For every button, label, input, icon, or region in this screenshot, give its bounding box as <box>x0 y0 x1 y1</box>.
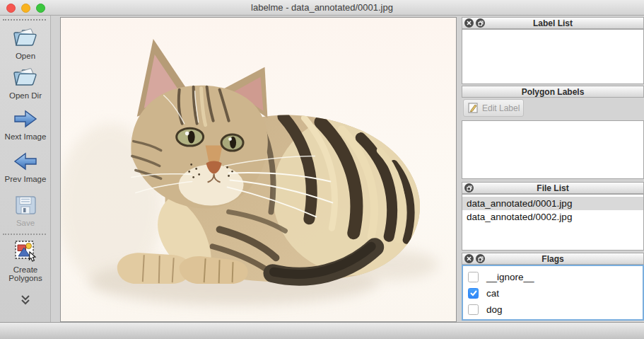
float-icon <box>467 185 472 191</box>
folder-open-dir-icon <box>12 65 39 89</box>
label-list-title: Label List <box>533 18 573 28</box>
prev-image-button[interactable]: Prev Image <box>0 150 51 183</box>
edit-label-text: Edit Label <box>482 103 520 113</box>
create-polygons-icon <box>13 239 38 263</box>
create-polygons-button[interactable]: Create Polygons <box>0 239 51 282</box>
save-button[interactable]: Save <box>0 194 51 227</box>
label-list-float-button[interactable] <box>476 18 485 28</box>
file-list-item[interactable]: data_annotated/0002.jpg <box>462 210 643 224</box>
close-icon <box>467 256 472 261</box>
open-button[interactable]: Open <box>0 25 51 60</box>
image-canvas[interactable] <box>60 17 457 322</box>
prev-image-label: Prev Image <box>0 175 51 183</box>
close-icon <box>467 21 472 25</box>
toolbar: Open Open Dir Next Image Prev Ima <box>0 16 51 322</box>
toolbar-separator <box>3 234 46 235</box>
polygon-labels-title: Polygon Labels <box>522 87 585 97</box>
float-icon <box>478 256 484 262</box>
label-list[interactable] <box>462 29 644 84</box>
open-dir-label: Open Dir <box>0 91 51 100</box>
polygon-labels-list[interactable] <box>462 120 644 179</box>
window-title: labelme - data_annotated/0001.jpg <box>0 2 644 13</box>
flag-item[interactable]: __ignore__ <box>463 270 643 284</box>
flags-title: Flags <box>541 254 563 264</box>
title-bar: labelme - data_annotated/0001.jpg <box>0 0 644 16</box>
edit-label-button[interactable]: Edit Label <box>463 99 524 117</box>
flag-item[interactable]: cat <box>463 286 643 300</box>
cat-photo <box>61 18 456 321</box>
flag-checkbox[interactable] <box>468 288 479 299</box>
flag-label: cat <box>486 288 499 299</box>
file-list-item[interactable]: data_annotated/0001.jpg <box>462 197 643 210</box>
flags-close-button[interactable] <box>464 254 474 263</box>
toolbar-overflow-button[interactable] <box>0 294 51 309</box>
flags-list: __ignore__ cat dog <box>462 265 644 321</box>
check-icon <box>470 290 477 297</box>
toolbar-drag-handle[interactable] <box>3 19 46 21</box>
open-dir-button[interactable]: Open Dir <box>0 65 51 100</box>
status-bar <box>0 322 644 339</box>
polygon-labels-toolbar: Edit Label <box>462 98 644 120</box>
open-label: Open <box>0 52 51 60</box>
file-list-header[interactable]: File List <box>462 182 644 194</box>
file-list-float-button[interactable] <box>464 183 474 193</box>
flag-checkbox[interactable] <box>468 304 479 315</box>
next-image-button[interactable]: Next Image <box>0 108 51 141</box>
edit-label-icon <box>468 103 479 113</box>
labelme-window: labelme - data_annotated/0001.jpg Open O… <box>0 0 644 339</box>
polygon-labels-header[interactable]: Polygon Labels <box>462 86 644 98</box>
label-list-header[interactable]: Label List <box>462 17 644 29</box>
flag-label: dog <box>486 304 503 315</box>
float-icon <box>478 21 484 26</box>
double-chevron-down-icon <box>19 294 32 306</box>
flags-float-button[interactable] <box>476 254 485 263</box>
minimize-window-button[interactable] <box>21 4 30 13</box>
arrow-left-icon <box>12 150 39 173</box>
create-polygons-label: Create Polygons <box>4 265 47 282</box>
flags-header[interactable]: Flags <box>462 253 644 265</box>
floppy-save-icon <box>13 194 37 217</box>
folder-open-icon <box>12 25 39 50</box>
close-window-button[interactable] <box>6 4 16 13</box>
zoom-window-button[interactable] <box>36 4 45 13</box>
label-list-close-button[interactable] <box>464 18 474 28</box>
flag-item[interactable]: dog <box>463 302 643 316</box>
flag-label: __ignore__ <box>486 272 534 282</box>
arrow-right-icon <box>12 108 39 130</box>
flag-checkbox[interactable] <box>468 272 479 282</box>
next-image-label: Next Image <box>0 132 51 141</box>
file-list: data_annotated/0001.jpg data_annotated/0… <box>462 194 644 251</box>
save-label: Save <box>0 219 51 227</box>
file-list-title: File List <box>537 183 568 193</box>
